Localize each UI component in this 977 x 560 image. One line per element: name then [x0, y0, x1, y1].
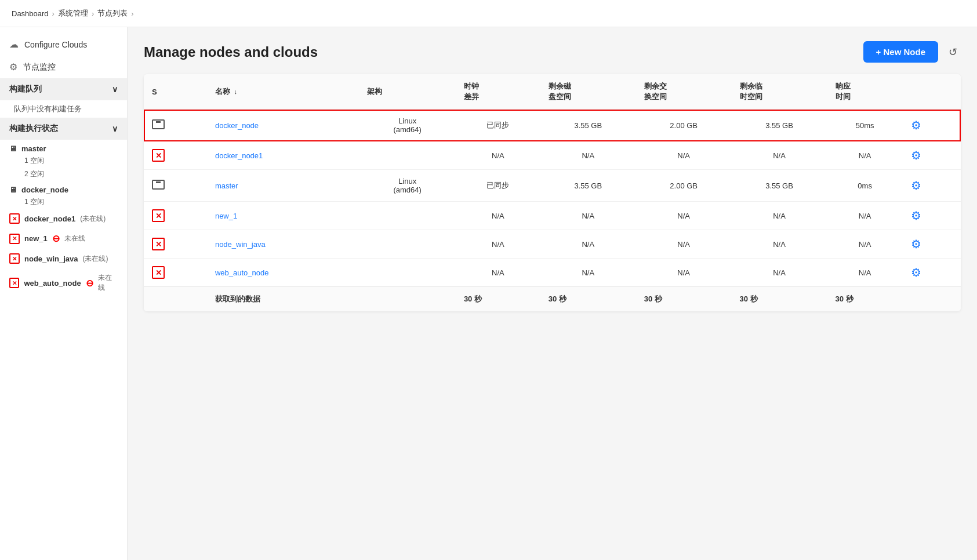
cell-status-node_win_java: ✕: [144, 230, 207, 259]
sidebar-node-winJava[interactable]: ✕ node_win_java (未在线): [0, 249, 127, 268]
col-swap: 剩余交换空间: [636, 74, 732, 110]
cell-data-2-3: 3.55 GB: [732, 170, 827, 202]
cell-data-2-2: 2.00 GB: [636, 170, 732, 202]
node-link-new_1[interactable]: new_1: [215, 212, 237, 220]
breadcrumb-nodelist[interactable]: 节点列表: [97, 8, 128, 19]
cloud-icon: ☁: [9, 39, 19, 50]
node-link-docker_node[interactable]: docker_node: [215, 121, 259, 130]
sidebar-build-exec-header[interactable]: 构建执行状态 ∨: [0, 118, 127, 140]
cell-data-1-0: N/A: [456, 141, 540, 170]
error-icon-webauto: ✕: [9, 278, 19, 288]
cell-gear-node_win_java[interactable]: ⚙: [903, 230, 961, 259]
gear-settings-icon: ⚙: [9, 61, 17, 72]
cell-data-2-0: 已同步: [456, 170, 540, 202]
monitor-icon-master: [152, 180, 165, 190]
node-link-docker_node1[interactable]: docker_node1: [215, 151, 263, 160]
table-footer-row: 获取到的数据 30 秒 30 秒 30 秒 30 秒 30 秒: [144, 287, 961, 312]
cell-data-3-3: N/A: [732, 202, 827, 230]
new-node-button[interactable]: + New Node: [863, 41, 938, 63]
header-actions: + New Node ↺: [863, 41, 961, 63]
cell-data-5-0: N/A: [456, 259, 540, 287]
cell-data-4-1: N/A: [540, 230, 636, 259]
cell-data-0-4: 50ms: [827, 110, 903, 141]
cell-data-4-4: N/A: [827, 230, 903, 259]
sidebar-new1-label: new_1: [24, 234, 48, 243]
cell-status-docker_node1: ✕: [144, 141, 207, 170]
sidebar-build-queue-label: 构建队列: [9, 84, 42, 94]
sidebar-winjava-offline: (未在线): [82, 254, 108, 264]
error-icon-winjava: ✕: [9, 253, 20, 264]
col-status: S: [144, 74, 207, 110]
gear-icon-node_win_java[interactable]: ⚙: [911, 238, 921, 250]
cell-gear-docker_node[interactable]: ⚙: [903, 110, 961, 141]
sort-icon: ↓: [234, 88, 238, 95]
cell-data-2-1: 3.55 GB: [540, 170, 636, 202]
footer-swap: 30 秒: [636, 287, 732, 312]
table-header-row: S 名称 ↓ 架构 时钟差异 剩余磁盘空间 剩余交换空间 剩余临时空间 响应时间: [144, 74, 961, 110]
cell-data-1-1: N/A: [540, 141, 636, 170]
breadcrumb-sysadmin[interactable]: 系统管理: [58, 8, 88, 19]
error-icon-docker1: ✕: [9, 213, 20, 224]
table-row: ✕new_1N/AN/AN/AN/AN/A⚙: [144, 202, 961, 230]
footer-label: 获取到的数据: [207, 287, 359, 312]
sidebar-node-webAuto[interactable]: ✕ web_auto_node ⊖ 未在线: [0, 268, 127, 297]
breadcrumb-sep-1: ›: [52, 9, 55, 18]
sidebar-node-docker[interactable]: 🖥 docker_node: [0, 181, 127, 195]
gear-icon-docker_node1[interactable]: ⚙: [911, 149, 921, 162]
cell-data-3-0: N/A: [456, 202, 540, 230]
cell-arch-master: Linux(amd64): [359, 170, 455, 202]
cell-data-4-2: N/A: [636, 230, 732, 259]
node-link-web_auto_node[interactable]: web_auto_node: [215, 268, 269, 277]
gear-icon-docker_node[interactable]: ⚙: [911, 119, 921, 132]
sidebar-item-configure-clouds[interactable]: ☁ Configure Clouds: [0, 33, 127, 56]
sidebar-node-docker1[interactable]: ✕ docker_node1 (未在线): [0, 209, 127, 228]
refresh-button[interactable]: ↺: [945, 42, 961, 62]
sidebar-docker1-label: docker_node1: [24, 214, 75, 223]
new1-error-dot: ⊖: [52, 233, 60, 244]
cell-status-docker_node: [144, 110, 207, 141]
build-exec-chevron-icon: ∨: [112, 124, 118, 133]
cell-data-1-4: N/A: [827, 141, 903, 170]
footer-response: 30 秒: [827, 287, 903, 312]
cell-gear-docker_node1[interactable]: ⚙: [903, 141, 961, 170]
cell-status-master: [144, 170, 207, 202]
sidebar-node-monitor-label: 节点监控: [23, 62, 56, 72]
table-row: docker_nodeLinux(amd64)已同步3.55 GB2.00 GB…: [144, 110, 961, 141]
sidebar-build-exec-label: 构建执行状态: [9, 123, 58, 134]
sidebar-master-exec-1: 1 空闲: [0, 154, 127, 168]
cell-arch-web_auto_node: [359, 259, 455, 287]
gear-icon-web_auto_node[interactable]: ⚙: [911, 266, 921, 279]
sidebar-build-queue-header[interactable]: 构建队列 ∨: [0, 78, 127, 100]
cell-name-web_auto_node: web_auto_node: [207, 259, 359, 287]
cell-gear-web_auto_node[interactable]: ⚙: [903, 259, 961, 287]
cell-name-docker_node: docker_node: [207, 110, 359, 141]
footer-disk: 30 秒: [540, 287, 636, 312]
sidebar-item-node-monitor[interactable]: ⚙ 节点监控: [0, 56, 127, 78]
col-name: 名称 ↓: [207, 74, 359, 110]
sidebar-node-master[interactable]: 🖥 master: [0, 140, 127, 154]
table-row: ✕web_auto_nodeN/AN/AN/AN/AN/A⚙: [144, 259, 961, 287]
cell-name-master: master: [207, 170, 359, 202]
node-link-node_win_java[interactable]: node_win_java: [215, 240, 266, 249]
sidebar-webauto-label: web_auto_node: [24, 279, 81, 288]
cell-data-3-4: N/A: [827, 202, 903, 230]
cell-gear-master[interactable]: ⚙: [903, 170, 961, 202]
cell-data-5-4: N/A: [827, 259, 903, 287]
error-icon-docker_node1: ✕: [152, 149, 165, 162]
gear-icon-new_1[interactable]: ⚙: [911, 209, 921, 222]
sidebar-node-new1[interactable]: ✕ new_1 ⊖ 未在线: [0, 228, 127, 249]
footer-empty: [144, 287, 207, 312]
error-icon-new1: ✕: [9, 234, 20, 244]
col-temp: 剩余临时空间: [732, 74, 827, 110]
breadcrumb-sep-3: ›: [131, 9, 133, 18]
node-link-master[interactable]: master: [215, 181, 238, 190]
cell-gear-new_1[interactable]: ⚙: [903, 202, 961, 230]
breadcrumb-dashboard[interactable]: Dashboard: [12, 9, 49, 18]
cell-data-0-2: 2.00 GB: [636, 110, 732, 141]
sidebar-docker-exec-1: 1 空闲: [0, 195, 127, 209]
sidebar-master-label: master: [21, 144, 46, 153]
table-row: masterLinux(amd64)已同步3.55 GB2.00 GB3.55 …: [144, 170, 961, 202]
gear-icon-master[interactable]: ⚙: [911, 179, 921, 192]
cell-data-4-0: N/A: [456, 230, 540, 259]
sidebar-master-exec-2: 2 空闲: [0, 168, 127, 181]
